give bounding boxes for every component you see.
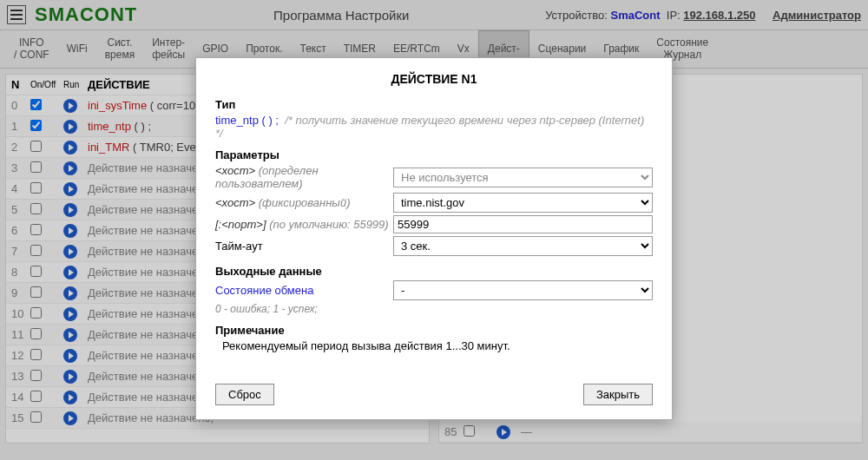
port-input[interactable] — [393, 215, 653, 233]
out-status-select[interactable]: - — [393, 280, 653, 300]
close-button[interactable]: Закрыть — [583, 384, 653, 405]
port-hint: (по умолчанию: 55999) — [269, 218, 388, 231]
note-section-label: Примечание — [215, 324, 653, 337]
modal-title: ДЕЙСТВИЕ N1 — [215, 72, 653, 86]
out-section-label: Выходные данные — [215, 265, 653, 278]
timeout-select[interactable]: 3 сек. — [393, 236, 653, 256]
host-user-select[interactable]: Не используется — [393, 168, 653, 187]
out-status-label: Состояние обмена — [215, 284, 393, 297]
port-label: [:<порт>] — [215, 218, 266, 231]
reset-button[interactable]: Сброс — [215, 384, 274, 405]
out-status-sub: 0 - ошибка; 1 - успех; — [215, 303, 653, 315]
type-comment: /* получить значение текущего времени че… — [215, 114, 644, 140]
type-function: time_ntp ( ) ; — [215, 114, 279, 127]
params-section-label: Параметры — [215, 148, 653, 161]
timeout-label: Тайм-аут — [215, 240, 263, 253]
note-text: Рекомендуемый период вызыва действия 1..… — [215, 339, 653, 352]
host-fixed-label: <хост> — [215, 196, 255, 209]
action-modal: ДЕЙСТВИЕ N1 Тип time_ntp ( ) ; /* получи… — [195, 57, 673, 420]
type-section-label: Тип — [215, 98, 653, 111]
host-fixed-select[interactable]: time.nist.gov — [393, 193, 653, 213]
host-user-label: <хост> — [215, 164, 255, 177]
host-fixed-hint: (фиксированный) — [259, 196, 351, 209]
